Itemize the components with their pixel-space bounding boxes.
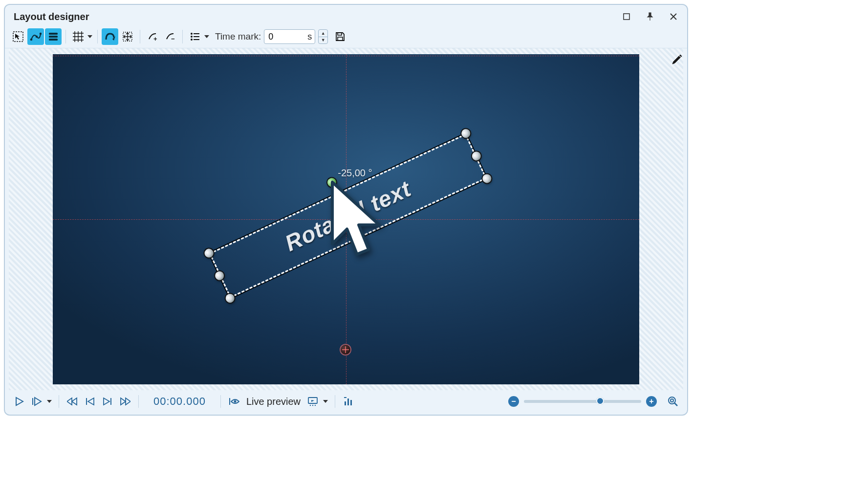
cursor-pointer-icon — [326, 179, 385, 262]
remove-keyframe-button[interactable]: − — [162, 28, 178, 45]
play-dropdown[interactable] — [46, 393, 53, 410]
curve-tool-button[interactable] — [27, 28, 44, 45]
time-mark-unit: s — [307, 32, 312, 42]
add-keyframe-button[interactable]: + — [144, 28, 161, 45]
edit-pencil-icon[interactable] — [671, 53, 684, 67]
levels-button[interactable] — [341, 394, 356, 409]
zoom-fit-button[interactable] — [666, 394, 680, 409]
play-button[interactable] — [12, 394, 26, 409]
zoom-in-button[interactable]: + — [646, 396, 657, 407]
path-tool-button[interactable] — [102, 28, 118, 45]
bottom-bar: 00:00.000 Live preview − + — [5, 390, 687, 415]
zoom-slider-track[interactable] — [524, 400, 641, 403]
titlebar: Layout designer — [5, 5, 687, 26]
bottom-separator — [335, 395, 335, 408]
svg-rect-22 — [229, 398, 230, 405]
design-canvas[interactable]: Rotated text -25,00 ° — [53, 54, 639, 384]
svg-rect-31 — [344, 397, 346, 398]
svg-point-33 — [671, 399, 673, 402]
rotation-readout: -25,00 ° — [338, 168, 372, 179]
svg-rect-20 — [86, 398, 87, 405]
svg-point-3 — [36, 36, 38, 38]
maximize-button[interactable] — [622, 12, 631, 21]
zoom-slider-thumb[interactable] — [596, 397, 604, 405]
zoom-out-button[interactable]: − — [508, 396, 519, 407]
bottom-separator — [138, 395, 139, 408]
prev-frame-button[interactable] — [83, 394, 97, 409]
svg-point-23 — [234, 400, 236, 403]
svg-text:+: + — [153, 35, 157, 42]
time-mark-field[interactable] — [267, 31, 305, 42]
spinner-down[interactable]: ▼ — [319, 37, 327, 44]
selection-tool-button[interactable] — [10, 28, 26, 45]
svg-rect-21 — [110, 398, 111, 405]
next-frame-button[interactable] — [100, 394, 115, 409]
grid-dropdown[interactable] — [87, 28, 93, 45]
pin-button[interactable] — [645, 12, 655, 21]
svg-point-4 — [40, 33, 42, 35]
canvas-area: Rotated text -25,00 ° — [9, 48, 683, 390]
pivot-marker[interactable] — [341, 345, 350, 355]
svg-rect-18 — [338, 37, 343, 41]
toolbar: + − Time mark: s ▲ ▼ — [5, 26, 687, 48]
svg-rect-5 — [49, 33, 58, 35]
layers-tool-button[interactable] — [45, 28, 62, 45]
forward-end-button[interactable] — [118, 394, 132, 409]
top-guide — [53, 56, 639, 56]
close-button[interactable] — [669, 12, 678, 21]
toolbar-separator — [97, 30, 98, 43]
bottom-separator — [220, 395, 221, 408]
preview-eye-icon[interactable] — [227, 394, 241, 409]
svg-text:−: − — [171, 35, 175, 42]
toolbar-separator — [182, 30, 183, 43]
move-tool-button[interactable] — [119, 28, 136, 45]
svg-point-26 — [312, 405, 313, 406]
svg-point-32 — [669, 397, 675, 404]
save-button[interactable] — [332, 28, 348, 45]
toolbar-separator — [140, 30, 140, 43]
grid-button[interactable] — [70, 28, 87, 45]
zoom-control: − + — [508, 394, 680, 409]
svg-point-27 — [315, 405, 316, 406]
time-mark-label: Time mark: — [215, 31, 261, 42]
svg-rect-28 — [345, 401, 346, 405]
svg-rect-16 — [194, 39, 199, 40]
svg-rect-29 — [347, 399, 349, 405]
list-button[interactable] — [187, 28, 203, 45]
svg-point-2 — [30, 39, 33, 41]
svg-rect-7 — [49, 39, 58, 41]
svg-rect-14 — [194, 36, 199, 37]
svg-rect-17 — [338, 33, 342, 35]
time-mark-input[interactable]: s — [264, 29, 315, 44]
svg-rect-0 — [624, 14, 629, 20]
preview-monitor-button[interactable] — [305, 394, 320, 409]
svg-point-11 — [191, 33, 193, 35]
preview-dropdown[interactable] — [322, 393, 329, 410]
svg-point-15 — [191, 39, 193, 41]
window-controls — [622, 12, 678, 21]
live-preview-label: Live preview — [246, 396, 301, 407]
svg-rect-12 — [194, 33, 199, 34]
list-dropdown[interactable] — [203, 28, 210, 45]
svg-point-25 — [310, 405, 311, 406]
bottom-separator — [59, 395, 59, 408]
toolbar-separator — [65, 30, 66, 43]
rewind-start-button[interactable] — [65, 394, 80, 409]
time-mark-spinner[interactable]: ▲ ▼ — [318, 29, 328, 44]
timecode-display: 00:00.000 — [153, 395, 206, 408]
svg-point-13 — [191, 36, 193, 38]
layout-designer-window: Layout designer — [4, 4, 688, 416]
window-title: Layout designer — [14, 11, 89, 22]
svg-rect-19 — [32, 398, 33, 405]
play-step-button[interactable] — [29, 394, 44, 409]
spinner-up[interactable]: ▲ — [319, 30, 327, 37]
svg-rect-6 — [49, 36, 58, 38]
svg-rect-30 — [350, 400, 352, 405]
